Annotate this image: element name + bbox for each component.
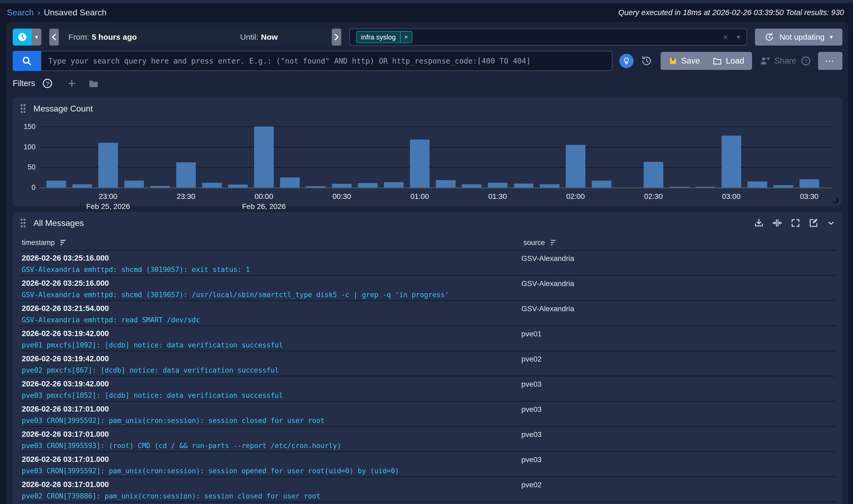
message-row[interactable]: 2026-02-26 03:17:01.000pve03 CRON[399559… (20, 401, 836, 427)
breadcrumb-search-link[interactable]: Search (7, 8, 34, 17)
message-row[interactable]: 2026-02-26 03:25:16.000GSV-Alexandria em… (20, 276, 836, 301)
bar-00:10[interactable] (280, 177, 300, 187)
streams-caret-icon[interactable]: ▾ (737, 33, 740, 41)
bar-03:20[interactable] (774, 185, 793, 187)
timerange-type-caret[interactable]: ▾ (32, 29, 41, 46)
page-title: Unsaved Search (44, 8, 107, 17)
query-helper-button[interactable] (619, 54, 634, 68)
history-clock-icon (640, 55, 653, 67)
refresh-controls-button[interactable]: Not updating ▾ (755, 29, 842, 46)
filters-row: Filters ? (13, 76, 842, 91)
add-filter-button[interactable] (67, 78, 77, 88)
bar-02:40[interactable] (670, 187, 689, 187)
drag-handle-icon[interactable] (20, 218, 26, 228)
bar-02:10[interactable] (592, 181, 611, 187)
search-query-input[interactable] (41, 51, 612, 71)
bar-03:10[interactable] (748, 181, 767, 187)
message-timestamp: 2026-02-26 03:19:42.000 (22, 379, 521, 388)
bar-00:20[interactable] (306, 186, 326, 187)
gridline-y0 (40, 187, 832, 188)
chart-plot: 05010015023:00Feb 25, 202623:3000:00Feb … (40, 127, 832, 187)
streams-clear-button[interactable]: × (723, 32, 728, 42)
bar-00:40[interactable] (358, 183, 378, 187)
search-actions-menu-button[interactable]: ⋯ (818, 52, 842, 70)
filters-label: Filters (13, 79, 35, 88)
drag-handle-icon[interactable] (20, 103, 26, 114)
filters-help-icon[interactable]: ? (42, 78, 53, 89)
bar-23:20[interactable] (150, 186, 170, 187)
save-floppy-icon (669, 56, 678, 66)
timerange-back-button[interactable] (49, 29, 59, 46)
timerange-forward-button[interactable] (332, 29, 341, 46)
chevron-down-icon[interactable] (827, 218, 836, 228)
sort-source-icon[interactable] (550, 239, 558, 246)
message-timestamp: 2026-02-26 03:17:01.000 (22, 455, 521, 464)
bar-23:10[interactable] (124, 181, 144, 187)
messages-table-body: 2026-02-26 03:25:16.000GSV-Alexandria em… (20, 251, 836, 502)
sort-timestamp-icon[interactable] (60, 239, 68, 246)
bar-01:00[interactable] (410, 140, 429, 187)
stream-tag-remove-button[interactable]: × (400, 32, 412, 43)
breadcrumb-separator: › (37, 8, 40, 17)
bar-00:30[interactable] (332, 184, 352, 187)
bar-22:40[interactable] (47, 181, 66, 187)
svg-text:?: ? (804, 58, 807, 64)
bar-01:10[interactable] (436, 180, 456, 187)
search-history-button[interactable] (640, 55, 653, 67)
bar-02:50[interactable] (696, 187, 715, 187)
column-header-timestamp[interactable]: timestamp (22, 239, 55, 247)
x-axis-date-label: Feb 25, 2026 (86, 202, 130, 211)
message-source: pve02 (521, 354, 836, 376)
bar-23:40[interactable] (202, 183, 222, 187)
bar-03:30[interactable] (799, 179, 819, 187)
bar-22:50[interactable] (72, 184, 92, 187)
timerange-display[interactable]: From:5 hours ago Until:Now (59, 29, 331, 46)
message-row[interactable]: 2026-02-26 03:19:42.000pve02 pmxcfs[867]… (20, 351, 836, 376)
bar-23:50[interactable] (228, 185, 248, 187)
message-text: pve01 pmxcfs[1092]: [dcdb] notice: data … (22, 341, 521, 349)
message-text: pve03 CRON[3995592]: pam_unix(cron:sessi… (22, 417, 521, 425)
chevron-right-icon (334, 33, 339, 41)
message-row[interactable]: 2026-02-26 03:21:54.000GSV-Alexandria em… (20, 301, 836, 326)
timerange-controls-row: ▾ From:5 hours ago Until:Now infra syslo… (13, 29, 842, 46)
message-row[interactable]: 2026-02-26 03:17:01.000pve02 CRON[739886… (20, 477, 836, 502)
message-text: pve03 CRON[3995592]: pam_unix(cron:sessi… (22, 467, 521, 475)
widget-resize-handle[interactable] (832, 197, 839, 203)
svg-text:?: ? (46, 80, 49, 87)
bar-02:30[interactable] (644, 162, 663, 187)
share-help-icon[interactable]: ? (801, 56, 811, 66)
edit-icon[interactable] (808, 218, 819, 228)
bar-02:00[interactable] (566, 145, 585, 187)
load-search-button[interactable]: Load (713, 56, 744, 66)
messages-table-header: timestamp source (20, 235, 836, 251)
message-text: GSV-Alexandria emhttpd: shcmd (3019057):… (22, 291, 521, 299)
search-submit-button[interactable] (13, 51, 41, 71)
download-icon[interactable] (754, 218, 764, 228)
message-row[interactable]: 2026-02-26 03:25:16.000GSV-Alexandria em… (20, 251, 836, 276)
message-timestamp: 2026-02-26 03:21:54.000 (22, 304, 521, 313)
bar-03:00[interactable] (722, 136, 741, 187)
filter-folder-button[interactable] (88, 78, 99, 89)
fullscreen-icon[interactable] (790, 218, 801, 228)
breadcrumb: Search › Unsaved Search Query executed i… (0, 3, 853, 22)
bar-23:00[interactable] (98, 143, 118, 187)
bar-01:30[interactable] (488, 183, 508, 187)
message-row[interactable]: 2026-02-26 03:17:01.000pve03 CRON[399559… (20, 452, 836, 477)
bar-00:00[interactable] (254, 127, 274, 187)
compress-columns-icon[interactable] (772, 218, 783, 228)
bar-01:50[interactable] (540, 184, 559, 187)
message-row[interactable]: 2026-02-26 03:19:42.000pve01 pmxcfs[1092… (20, 326, 836, 351)
column-header-source[interactable]: source (523, 239, 545, 247)
search-icon (21, 55, 32, 67)
bar-01:20[interactable] (462, 184, 481, 187)
message-source: pve03 (521, 405, 836, 426)
bar-00:50[interactable] (384, 182, 404, 187)
message-row[interactable]: 2026-02-26 03:17:01.000pve03 CRON[399559… (20, 427, 836, 452)
timerange-type-button[interactable] (13, 29, 32, 46)
streams-select-input[interactable]: infra syslog × × ▾ (349, 29, 747, 46)
share-search-button[interactable]: Share ? (760, 56, 811, 66)
message-row[interactable]: 2026-02-26 03:19:42.000pve03 pmxcfs[1052… (20, 376, 836, 401)
bar-01:40[interactable] (514, 183, 533, 187)
save-search-button[interactable]: Save (669, 56, 700, 66)
bar-23:30[interactable] (176, 162, 196, 187)
